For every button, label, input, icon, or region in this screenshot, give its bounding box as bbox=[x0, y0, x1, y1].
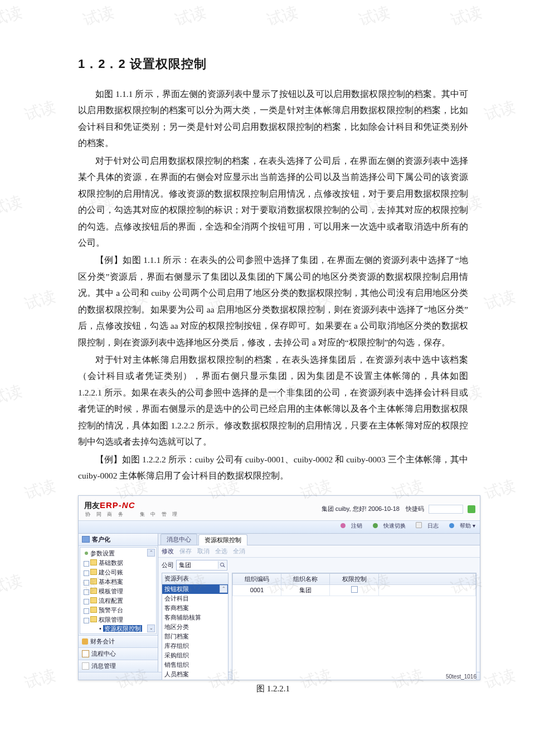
search-icon[interactable] bbox=[218, 561, 226, 569]
folder-icon bbox=[90, 578, 97, 584]
resource-item[interactable]: 销售组织 bbox=[162, 660, 228, 670]
save-button: 保存 bbox=[179, 547, 192, 555]
resource-item[interactable]: 采购组织 bbox=[162, 651, 228, 660]
help-link[interactable]: 帮助 ▾ bbox=[445, 523, 475, 529]
sidebar-header-label: 客户化 bbox=[92, 535, 110, 544]
erp-screenshot: 用友ERP-NC 协 同 商 务 集 中 管 理 集团 cuiby, 您好! 2… bbox=[78, 495, 480, 680]
switch-icon bbox=[373, 523, 378, 528]
table-row[interactable]: 0001 集团 bbox=[233, 584, 476, 596]
cell-orgcode: 0001 bbox=[233, 584, 281, 596]
col-orgcode[interactable]: 组织编码 bbox=[233, 573, 281, 584]
folder-icon bbox=[90, 607, 97, 613]
sidebar-btn-finance[interactable]: 财务会计 bbox=[79, 635, 158, 647]
logo-cn: 用友 bbox=[84, 501, 100, 510]
reslist-scroll-up-icon[interactable]: ⌃ bbox=[220, 585, 227, 593]
tree-item-alert[interactable]: 预警平台 bbox=[84, 606, 155, 615]
folder-icon bbox=[90, 616, 97, 622]
company-value: 集团 bbox=[179, 562, 191, 568]
msg-icon bbox=[82, 662, 89, 670]
tree-item-auth[interactable]: 权限管理 • 资源权限控制 • 用户管理 • 角色管理 • 权限分配 bbox=[84, 615, 155, 634]
logo-nc: NC bbox=[122, 500, 135, 510]
cancel-button: 取消 bbox=[197, 547, 210, 555]
heading: 1．2．2 设置权限控制 bbox=[78, 56, 468, 72]
log-link[interactable]: 日志 bbox=[411, 523, 439, 529]
company-label: 公司 bbox=[162, 561, 174, 569]
figure-caption: 图 1.2.2.1 bbox=[78, 684, 468, 694]
logout-link[interactable]: 注销 bbox=[336, 523, 362, 529]
tab-msgcenter[interactable]: 消息中心 bbox=[160, 534, 197, 545]
cell-orgname: 集团 bbox=[281, 584, 330, 596]
help-icon bbox=[449, 523, 454, 528]
logo-en: ERP- bbox=[100, 500, 122, 510]
main-area: 客户化 ⌃ 参数设置 基础数据 建公司账 基本档案 模板管理 流程配置 预警平台… bbox=[79, 534, 480, 672]
title-right: 集团 cuiby, 您好! 2006-10-18 快捷码 bbox=[322, 505, 475, 514]
folder-icon bbox=[90, 559, 97, 565]
workarea: 资源列表 ⌃ 按钮权限 会计科目 客商档案 客商辅助核算 地区分类 部门档案 库… bbox=[158, 573, 480, 680]
folder-icon bbox=[90, 588, 97, 594]
folder-icon bbox=[90, 569, 97, 575]
resource-item[interactable]: 地区分类 bbox=[162, 622, 228, 632]
tree-item-basedata[interactable]: 基础数据 bbox=[84, 558, 155, 568]
resource-item[interactable]: 人员档案 bbox=[162, 670, 228, 679]
sidebar-btn-flow[interactable]: 流程中心 bbox=[79, 647, 158, 660]
resource-item[interactable]: 按钮权限 bbox=[162, 584, 228, 594]
nav-tree[interactable]: ⌃ 参数设置 基础数据 建公司账 基本档案 模板管理 流程配置 预警平台 权限管… bbox=[80, 547, 157, 634]
tree-scroll-down-icon[interactable]: ⌄ bbox=[147, 625, 155, 632]
paragraph-1: 如图 1.1.1 所示，界面左侧的资源列表中显示了按钮以及可以启用数据权限控制的… bbox=[78, 86, 468, 152]
resource-item[interactable]: 客商档案 bbox=[162, 603, 228, 613]
logo-sub: 协 同 商 务 集 中 管 理 bbox=[85, 511, 179, 518]
tree-item-params[interactable]: 参数设置 bbox=[84, 549, 155, 558]
company-select[interactable]: 集团 bbox=[176, 560, 227, 570]
finance-icon bbox=[82, 638, 88, 645]
resource-item[interactable]: 库存组织 bbox=[162, 641, 228, 651]
quickbar: 注销 快速切换 日志 帮助 ▾ bbox=[79, 521, 480, 534]
tree-item-companyacct[interactable]: 建公司账 bbox=[84, 568, 155, 577]
tree-item-usermgr[interactable]: • 用户管理 bbox=[93, 633, 155, 634]
edit-button[interactable]: 修改 bbox=[162, 547, 174, 555]
sidebar-btn-msg[interactable]: 消息管理 bbox=[79, 660, 158, 672]
titlebar: 用友ERP-NC 协 同 商 务 集 中 管 理 集团 cuiby, 您好! 2… bbox=[79, 496, 480, 521]
quickcode-input[interactable] bbox=[429, 505, 463, 514]
tree-item-flowcfg[interactable]: 流程配置 bbox=[84, 596, 155, 606]
document-page: 1．2．2 设置权限控制 如图 1.1.1 所示，界面左侧的资源列表中显示了按钮… bbox=[0, 0, 535, 739]
tree-item-res-auth[interactable]: • 资源权限控制 bbox=[93, 624, 155, 633]
company-row: 公司 集团 bbox=[158, 558, 480, 573]
flow-icon bbox=[82, 650, 89, 657]
resource-item[interactable]: 会计科目 bbox=[162, 594, 228, 603]
log-icon bbox=[416, 522, 422, 528]
grid: 组织编码 组织名称 权限控制 0001 集团 bbox=[232, 573, 476, 680]
col-orgname[interactable]: 组织名称 bbox=[281, 573, 330, 584]
sidebar: 客户化 ⌃ 参数设置 基础数据 建公司账 基本档案 模板管理 流程配置 预警平台… bbox=[79, 534, 158, 672]
cell-permctrl[interactable] bbox=[330, 584, 378, 596]
tree-item-basicfile[interactable]: 基本档案 bbox=[84, 577, 155, 587]
tree-item-template[interactable]: 模板管理 bbox=[84, 587, 155, 596]
col-permctrl[interactable]: 权限控制 bbox=[330, 573, 378, 584]
resource-item[interactable]: 客商辅助核算 bbox=[162, 613, 228, 622]
tab-resauth[interactable]: 资源权限控制 bbox=[198, 534, 247, 545]
sidebar-header-icon bbox=[82, 536, 90, 543]
sidebar-header[interactable]: 客户化 bbox=[79, 534, 158, 546]
checkbox-icon[interactable] bbox=[351, 586, 358, 593]
logo: 用友ERP-NC 协 同 商 务 集 中 管 理 bbox=[84, 500, 179, 518]
resource-list: 资源列表 ⌃ 按钮权限 会计科目 客商档案 客商辅助核算 地区分类 部门档案 库… bbox=[162, 573, 228, 680]
logout-icon bbox=[341, 523, 346, 528]
go-icon[interactable] bbox=[468, 505, 475, 513]
resource-item[interactable]: 部门档案 bbox=[162, 632, 228, 641]
tabs: 消息中心 资源权限控制 bbox=[158, 534, 480, 545]
paragraph-5: 【例】如图 1.2.2.2 所示：cuiby 公司有 cuiby-0001、cu… bbox=[78, 451, 468, 484]
resource-list-items[interactable]: ⌃ 按钮权限 会计科目 客商档案 客商辅助核算 地区分类 部门档案 库存组织 采… bbox=[162, 584, 228, 680]
title-right-text: 集团 cuiby, 您好! 2006-10-18 快捷码 bbox=[322, 505, 424, 513]
content-area: 消息中心 资源权限控制 修改 保存 取消 全选 全消 公司 集团 bbox=[158, 534, 480, 672]
paragraph-3: 【例】如图 1.1.1 所示：在表头的公司参照中选择了集团，在界面左侧的资源列表… bbox=[78, 252, 468, 350]
toolbar: 修改 保存 取消 全选 全消 bbox=[158, 545, 480, 558]
folder-icon bbox=[90, 597, 97, 603]
selectall-button: 全选 bbox=[215, 547, 227, 555]
selectnone-button: 全消 bbox=[233, 547, 245, 555]
paragraph-4: 对于针对主体帐簿启用数据权限控制的档案，在表头选择集团后，在资源列表中选中该档案… bbox=[78, 352, 468, 450]
col-empty bbox=[378, 573, 475, 584]
resource-list-header: 资源列表 bbox=[162, 573, 228, 584]
paragraph-2: 对于针对公司启用数据权限控制的档案，在表头选择了公司后，在界面左侧的资源列表中选… bbox=[78, 153, 468, 251]
quickswitch-link[interactable]: 快速切换 bbox=[368, 523, 406, 529]
